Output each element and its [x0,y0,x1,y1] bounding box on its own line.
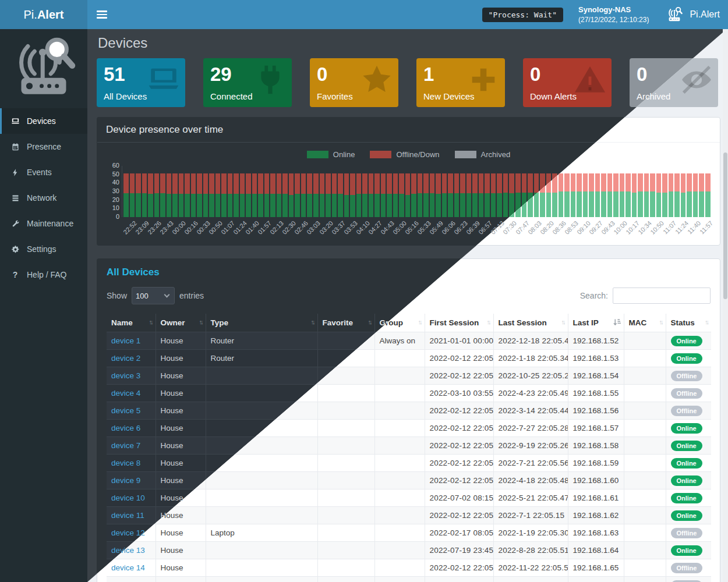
router-scan-logo-icon [10,36,77,101]
chart-bar [332,173,337,217]
device-owner: House [156,455,206,472]
device-mac [624,367,666,385]
card-down-alerts[interactable]: 0Down Alerts [523,58,612,107]
scrollbar-thumb[interactable] [723,152,727,299]
column-header-owner[interactable]: Owner↑↓ [156,314,206,332]
device-first-session: 2022-02-17 08:05 [425,524,493,542]
device-name-link[interactable]: device 10 [111,494,145,502]
device-status: Online [666,577,711,582]
presence-panel-title: Device presence over time [97,118,720,143]
device-last-session: 2022-9-19 22:05.26 [493,437,568,455]
device-name-link[interactable]: device 11 [111,511,144,520]
device-name-link[interactable]: device 7 [111,441,140,450]
legend-swatch [370,151,391,158]
sidebar-item-network[interactable]: Network [0,185,87,211]
device-type: Switch [206,577,317,582]
entries-label: entries [179,291,204,300]
entries-per-page-select[interactable]: 100 [132,287,175,304]
column-header-last-session[interactable]: Last Session↑↓ [493,314,568,332]
chart-bar [467,173,472,217]
sidebar-item-presence[interactable]: Presence [0,134,87,159]
device-name-link[interactable]: device 13 [111,546,145,555]
sidebar-toggle-icon[interactable] [97,10,107,19]
card-new-devices[interactable]: 1New Devices [416,58,505,107]
column-header-mac[interactable]: MAC↑↓ [624,314,666,332]
chart-bar [264,173,270,217]
device-row: device 12HouseLaptop2022-02-17 08:052022… [107,524,711,542]
device-owner: House [156,559,206,577]
device-name-link[interactable]: device 6 [111,424,140,432]
legend-swatch [307,151,328,158]
card-label: All Devices [104,91,147,101]
device-row: device 4House2022-03-10 03:552022-4-23 2… [107,385,711,402]
legend-item-archived[interactable]: Archived [455,150,511,159]
device-first-session: 2022-02-12 22:05 [425,367,493,385]
device-row: device 13House2022-07-19 23:452022-8-28 … [107,542,711,559]
chart-bar [277,173,282,217]
devices-table: Name↑↓Owner↑↓Type↑↓Favorite↑↓Group↑↓Firs… [107,314,711,582]
chart-bar [197,173,202,217]
card-archived[interactable]: 0Archived [630,58,718,107]
chart-bar [307,173,312,217]
chart-bar [160,173,165,217]
legend-item-online[interactable]: Online [307,150,355,159]
chart-bar [699,173,704,217]
app-logo[interactable]: Pi.Alert [665,6,720,23]
device-name-link[interactable]: device 8 [111,459,140,467]
device-favorite [317,472,374,489]
brand-logo[interactable]: Pi.Alert [0,0,87,29]
chart-bar [625,173,631,217]
sidebar-item-devices[interactable]: Devices [0,108,87,134]
card-label: Down Alerts [530,91,577,101]
device-owner: House [156,437,206,455]
gear-icon [11,245,20,254]
device-first-session: 2022-02-12 22:05 [425,402,493,420]
chart-bars [122,166,711,217]
device-name-link[interactable]: device 12 [111,528,145,537]
device-name-link[interactable]: device 14 [111,563,145,572]
column-header-group[interactable]: Group↑↓ [374,314,425,332]
sidebar-item-events[interactable]: Events [0,159,87,185]
chart-bar [497,173,502,217]
legend-item-offline-down[interactable]: Offline/Down [370,150,439,159]
page-scrollbar[interactable] [723,29,728,582]
chart-bar [154,173,160,217]
search-input[interactable] [613,288,711,304]
device-name-link[interactable]: device 5 [111,406,140,415]
column-header-status[interactable]: Status↑↓ [666,314,711,332]
status-badge: Online [671,336,702,346]
device-last-session: 2022-5-16 22:05.48 [493,577,568,582]
chart-bar [669,173,674,217]
chart-bar [540,173,545,217]
card-favorites[interactable]: 0Favorites [310,58,398,107]
legend-label: Online [333,150,355,159]
card-all-devices[interactable]: 51All Devices [97,58,185,107]
device-last-session: 2022-4-23 22:05.49 [493,385,568,402]
device-name-link[interactable]: device 2 [111,354,140,363]
device-name-link[interactable]: device 9 [111,476,140,485]
column-header-favorite[interactable]: Favorite↑↓ [317,314,374,332]
card-connected[interactable]: 29Connected [203,58,292,107]
device-name-link[interactable]: device 4 [111,389,140,398]
device-last-ip: 192.168.1.62 [568,507,624,524]
device-group [374,507,425,524]
sidebar-item-maintenance[interactable]: Maintenance [0,211,87,236]
device-status: Online [666,489,711,507]
device-status: Online [666,542,711,559]
status-badge: Online [671,545,702,556]
column-header-last-ip[interactable]: Last IP [568,314,624,332]
device-name-link[interactable]: device 3 [111,371,140,380]
sidebar-item-help-faq[interactable]: ?Help / FAQ [0,262,87,288]
chart-bar [485,173,490,217]
column-header-type[interactable]: Type↑↓ [206,314,317,332]
device-last-session: 2022-3-14 22:05.44 [493,402,568,420]
device-name-link[interactable]: device 1 [111,336,140,345]
column-header-first-session[interactable]: First Session↑↓ [425,314,493,332]
sort-active-icon [613,318,621,328]
sidebar-item-settings[interactable]: Settings [0,236,87,262]
chart-bar [693,173,698,217]
sort-icon: ↑↓ [149,318,152,325]
column-header-name[interactable]: Name↑↓ [107,314,156,332]
chart-bar [374,173,380,217]
device-last-ip: 192.168.1.56 [568,402,624,420]
